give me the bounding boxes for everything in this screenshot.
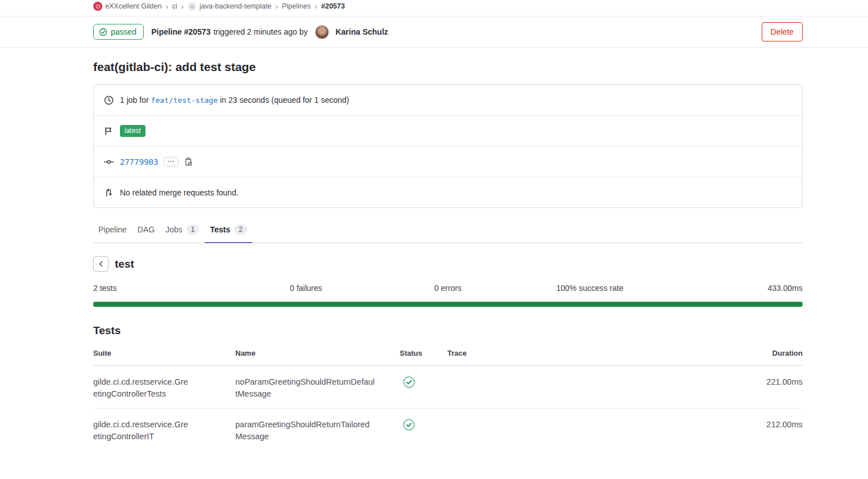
pipeline-info-card: 1 job forfeat/test-stagein 23 seconds (q… [93, 84, 803, 208]
test-passed-icon [403, 376, 415, 388]
breadcrumb-group-link[interactable]: eXXcellent Gilden [93, 2, 161, 11]
success-progress-track [93, 302, 803, 307]
suite-summary: 2 tests 0 failures 0 errors 100% success… [93, 284, 803, 293]
triggered-text: triggered 2 minutes ago by [213, 27, 308, 36]
breadcrumb-label: java-backend-template [200, 2, 271, 10]
summary-errors: 0 errors [377, 284, 519, 293]
breadcrumb-project-link[interactable]: ◍ java-backend-template [188, 2, 271, 11]
commit-message-toggle-button[interactable]: ··· [164, 157, 178, 166]
pipeline-header-bar: passed Pipeline #20573 triggered 2 minut… [0, 16, 868, 48]
table-header-row: Suite Name Status Trace Duration [93, 338, 803, 366]
suite-name: test [115, 258, 134, 270]
test-trace-cell [447, 409, 734, 451]
col-header-status: Status [400, 338, 447, 366]
job-time-text: in 23 seconds (queued for 1 second) [220, 95, 349, 105]
col-header-suite: Suite [93, 338, 235, 366]
test-duration-cell: 221.00ms [734, 366, 803, 409]
tab-label: DAG [138, 225, 155, 234]
chevron-right-icon: › [276, 2, 278, 11]
commit-icon [104, 158, 114, 166]
clock-icon [104, 95, 114, 105]
tab-label: Jobs [165, 225, 182, 234]
tests-table: Suite Name Status Trace Duration gilde.c… [93, 338, 803, 451]
col-header-name: Name [235, 338, 400, 366]
breadcrumb-bar: eXXcellent Gilden › ci › ◍ java-backend-… [0, 0, 868, 16]
tab-jobs[interactable]: Jobs 1 [160, 217, 204, 243]
chevron-left-icon [97, 260, 105, 268]
tab-label: Pipeline [98, 225, 127, 234]
tab-tests[interactable]: Tests 2 [205, 217, 252, 243]
latest-row: latest [94, 115, 802, 146]
progress-bar-fill [93, 302, 803, 307]
tests-section-heading: Tests [93, 324, 803, 337]
test-duration-cell: 212.00ms [734, 409, 803, 451]
job-count-text: 1 job for [120, 95, 149, 105]
pipeline-id: Pipeline #20573 [151, 27, 210, 36]
status-badge: passed [93, 24, 144, 40]
chevron-right-icon: › [165, 2, 168, 11]
summary-total-tests: 2 tests [93, 284, 235, 293]
user-name-link[interactable]: Karina Schulz [335, 27, 388, 36]
breadcrumb: eXXcellent Gilden › ci › ◍ java-backend-… [93, 2, 803, 11]
test-name-cell: noParamGreetingShouldReturnDefaultMessag… [235, 376, 376, 400]
commit-sha-link[interactable]: 27779903 [120, 157, 158, 166]
tab-label: Tests [210, 225, 230, 234]
pipeline-summary-text: Pipeline #20573 triggered 2 minutes ago … [151, 25, 388, 39]
test-suite-cell: gilde.ci.cd.restservice.GreetingControll… [93, 419, 189, 443]
col-header-duration: Duration [734, 338, 803, 366]
merge-request-icon [104, 188, 114, 197]
breadcrumb-label: Pipelines [282, 2, 311, 10]
test-passed-icon [403, 419, 415, 431]
summary-duration: 433.00ms [661, 284, 803, 293]
test-name-cell: paramGreetingShouldReturnTailoredMessage [235, 419, 376, 443]
jobs-count-badge: 1 [186, 224, 200, 235]
test-trace-cell [447, 366, 734, 409]
project-avatar-icon: ◍ [188, 2, 197, 11]
summary-failures: 0 failures [235, 284, 377, 293]
status-badge-label: passed [111, 27, 136, 36]
tab-pipeline[interactable]: Pipeline [93, 217, 132, 243]
breadcrumb-current-pipeline: #20573 [321, 2, 345, 10]
breadcrumb-label: ci [172, 2, 177, 10]
back-button[interactable] [93, 256, 109, 272]
merge-request-row: No related merge requests found. [94, 177, 802, 207]
delete-button[interactable]: Delete [762, 22, 803, 41]
tests-count-badge: 2 [234, 224, 247, 235]
chevron-right-icon: › [315, 2, 317, 11]
latest-badge: latest [120, 125, 146, 136]
summary-success-rate: 100% success rate [519, 284, 661, 293]
job-duration-row: 1 job forfeat/test-stagein 23 seconds (q… [94, 85, 802, 115]
breadcrumb-subgroup-link[interactable]: ci [172, 2, 177, 10]
commit-title: feat(gitlab-ci): add test stage [93, 60, 803, 74]
col-header-trace: Trace [447, 338, 734, 366]
table-row: gilde.ci.cd.restservice.GreetingControll… [93, 409, 803, 451]
check-circle-icon [99, 28, 107, 36]
merge-request-text: No related merge requests found. [120, 188, 239, 197]
user-avatar[interactable] [315, 25, 329, 39]
group-avatar-icon [93, 2, 102, 11]
tab-dag[interactable]: DAG [132, 217, 160, 243]
table-row: gilde.ci.cd.restservice.GreetingControll… [93, 366, 803, 409]
pipeline-page: eXXcellent Gilden › ci › ◍ java-backend-… [0, 0, 868, 479]
copy-sha-button[interactable] [184, 157, 193, 166]
flag-icon [104, 127, 114, 136]
suite-header: test [93, 256, 803, 272]
branch-ref-link[interactable]: feat/test-stage [151, 96, 218, 105]
pipeline-tabs: Pipeline DAG Jobs 1 Tests 2 [93, 217, 803, 243]
chevron-right-icon: › [181, 2, 184, 11]
job-duration-text: 1 job forfeat/test-stagein 23 seconds (q… [120, 95, 351, 105]
breadcrumb-pipelines-link[interactable]: Pipelines [282, 2, 311, 10]
commit-row: 27779903 ··· [94, 146, 802, 177]
test-suite-cell: gilde.ci.cd.restservice.GreetingControll… [93, 376, 189, 400]
breadcrumb-label: eXXcellent Gilden [105, 2, 161, 10]
clipboard-icon [184, 157, 193, 166]
